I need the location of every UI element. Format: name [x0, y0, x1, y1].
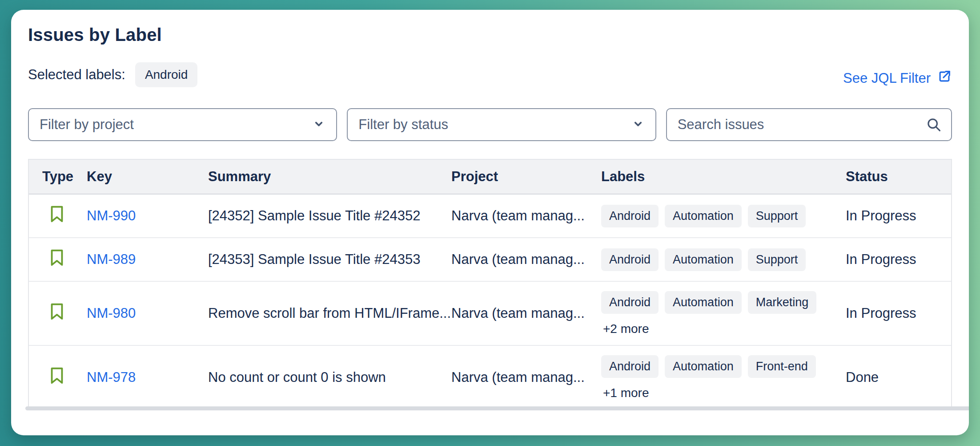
filter-row: Filter by project Filter by status — [28, 108, 952, 141]
label-chip: Marketing — [748, 291, 817, 314]
label-chip: Android — [601, 248, 659, 271]
issue-labels-cell: AndroidAutomationSupport — [601, 205, 846, 227]
search-input[interactable] — [666, 108, 952, 141]
project-filter-placeholder: Filter by project — [40, 117, 134, 133]
issue-labels-cell: AndroidAutomationFront-end +1 more — [601, 355, 846, 400]
label-chip: Automation — [665, 205, 742, 227]
table-body: NM-990 [24352] Sample Issue Title #24352… — [29, 195, 951, 408]
issue-project: Narva (team manag... — [451, 369, 601, 385]
selected-label-chip[interactable]: Android — [135, 62, 198, 87]
issue-summary: No count or count 0 is shown — [208, 369, 451, 385]
column-header-summary: Summary — [208, 169, 451, 185]
issue-project: Narva (team manag... — [451, 305, 601, 321]
column-header-type: Type — [29, 169, 87, 185]
label-chip: Automation — [665, 248, 742, 271]
search-field-wrap — [666, 108, 952, 141]
bookmark-icon — [49, 248, 65, 271]
issue-summary: Remove scroll bar from HTML/IFrame... — [208, 305, 451, 321]
issue-status: In Progress — [846, 208, 951, 224]
chevron-down-icon — [631, 117, 645, 132]
label-chip: Android — [601, 355, 659, 378]
issue-summary: [24352] Sample Issue Title #24352 — [208, 208, 451, 224]
column-header-labels: Labels — [601, 169, 846, 185]
bookmark-icon — [49, 205, 65, 227]
issue-key-cell: NM-980 — [87, 305, 208, 321]
label-chip: Support — [748, 205, 806, 227]
table-row: NM-989 [24353] Sample Issue Title #24353… — [29, 238, 951, 282]
issue-key-link[interactable]: NM-980 — [87, 305, 136, 321]
label-chip-row: AndroidAutomationMarketing — [601, 291, 846, 314]
chevron-down-icon — [312, 117, 325, 132]
horizontal-scrollbar[interactable] — [25, 406, 969, 410]
bookmark-icon — [49, 302, 65, 324]
table-header: TypeKeySummaryProjectLabelsStatus — [29, 160, 951, 195]
table-row: NM-990 [24352] Sample Issue Title #24352… — [29, 195, 951, 238]
label-chip: Front-end — [748, 355, 816, 378]
see-jql-filter-link[interactable]: See JQL Filter — [843, 69, 952, 88]
column-header-key: Key — [87, 169, 208, 185]
column-header-project: Project — [451, 169, 601, 185]
selected-labels-caption: Selected labels: — [28, 67, 125, 83]
issue-key-cell: NM-990 — [87, 208, 208, 224]
issue-status: Done — [846, 369, 951, 385]
status-filter-dropdown[interactable]: Filter by status — [347, 108, 656, 141]
label-chip: Support — [748, 248, 806, 271]
labels-bar: Selected labels: Android See JQL Filter — [28, 62, 952, 88]
status-filter-placeholder: Filter by status — [358, 117, 448, 133]
issue-project: Narva (team manag... — [451, 208, 601, 224]
see-jql-filter-label: See JQL Filter — [843, 70, 931, 86]
issue-summary: [24353] Sample Issue Title #24353 — [208, 251, 451, 268]
column-header-status: Status — [846, 169, 951, 185]
search-icon — [925, 116, 942, 135]
project-filter-dropdown[interactable]: Filter by project — [28, 108, 337, 141]
label-chip: Automation — [665, 291, 742, 314]
issue-key-link[interactable]: NM-990 — [87, 208, 136, 223]
more-labels-link[interactable]: +2 more — [603, 322, 846, 336]
bookmark-icon — [49, 366, 65, 389]
issue-type-cell — [29, 205, 87, 227]
issue-key-cell: NM-978 — [87, 369, 208, 385]
issue-key-link[interactable]: NM-989 — [87, 251, 136, 267]
issue-labels-cell: AndroidAutomationSupport — [601, 248, 846, 271]
selected-labels-group: Selected labels: Android — [28, 62, 197, 87]
label-chip: Android — [601, 291, 659, 314]
issues-table: TypeKeySummaryProjectLabelsStatus NM-990… — [28, 159, 952, 408]
page-title: Issues by Label — [28, 25, 952, 45]
external-link-icon — [937, 69, 952, 88]
label-chip-row: AndroidAutomationSupport — [601, 205, 846, 227]
issue-project: Narva (team manag... — [451, 251, 601, 268]
label-chip-row: AndroidAutomationSupport — [601, 248, 846, 271]
label-chip-row: AndroidAutomationFront-end — [601, 355, 846, 378]
table-row: NM-978 No count or count 0 is shown Narv… — [29, 346, 951, 408]
issue-type-cell — [29, 248, 87, 271]
issue-type-cell — [29, 366, 87, 389]
issue-labels-cell: AndroidAutomationMarketing +2 more — [601, 291, 846, 336]
issue-type-cell — [29, 302, 87, 324]
issue-status: In Progress — [846, 251, 951, 268]
more-labels-link[interactable]: +1 more — [603, 386, 846, 400]
issue-key-link[interactable]: NM-978 — [87, 369, 136, 385]
issue-status: In Progress — [846, 305, 951, 321]
issue-key-cell: NM-989 — [87, 251, 208, 268]
table-row: NM-980 Remove scroll bar from HTML/IFram… — [29, 282, 951, 346]
label-chip: Automation — [665, 355, 742, 378]
label-chip: Android — [601, 205, 659, 227]
issues-by-label-panel: Issues by Label Selected labels: Android… — [11, 10, 969, 435]
